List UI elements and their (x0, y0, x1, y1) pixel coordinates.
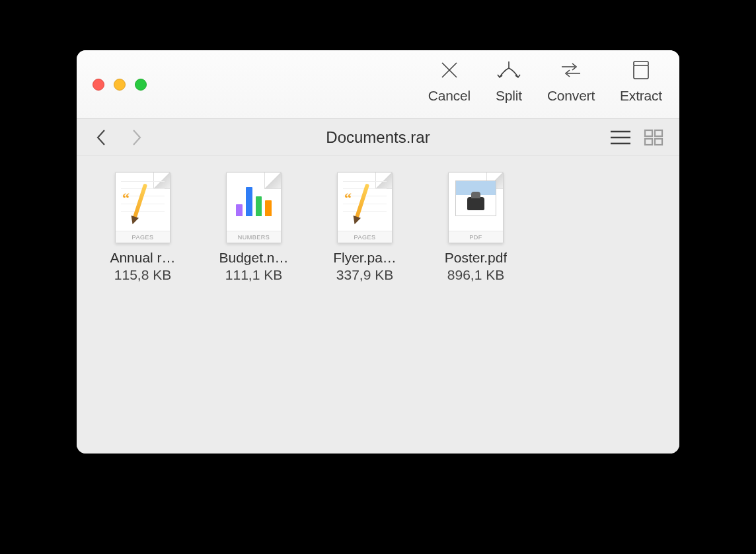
cancel-label: Cancel (428, 88, 471, 104)
list-view-button[interactable] (609, 129, 632, 146)
archive-window: Cancel Split (77, 50, 679, 454)
split-label: Split (496, 88, 522, 104)
pages-file-icon: “ PAGES (106, 171, 180, 245)
file-size: 115,8 KB (114, 267, 171, 283)
file-size: 337,9 KB (336, 267, 393, 283)
grid-view-button[interactable] (644, 129, 663, 146)
file-item[interactable]: “ PAGES Annual r… 115,8 KB (89, 171, 197, 283)
zoom-window-button[interactable] (135, 79, 147, 91)
extract-icon (630, 59, 652, 84)
close-window-button[interactable] (93, 79, 104, 91)
svg-rect-7 (655, 130, 662, 136)
file-item[interactable]: NUMBERS Budget.n… 111,1 KB (200, 171, 308, 283)
file-type-label: PDF (449, 231, 503, 243)
minimize-window-button[interactable] (114, 79, 126, 91)
file-item[interactable]: PDF Poster.pdf 896,1 KB (422, 171, 530, 283)
convert-icon (558, 59, 584, 84)
window-controls (93, 79, 147, 91)
file-type-label: PAGES (116, 231, 170, 243)
file-size: 111,1 KB (225, 267, 282, 283)
file-type-label: PAGES (338, 231, 392, 243)
nav-arrows (93, 128, 145, 147)
file-name: Flyer.pa… (333, 250, 397, 266)
cancel-icon (438, 59, 461, 84)
file-item[interactable]: “ PAGES Flyer.pa… 337,9 KB (311, 171, 419, 283)
titlebar: Cancel Split (77, 50, 679, 119)
view-switcher (609, 129, 663, 146)
nav-bar: Documents.rar (77, 119, 679, 156)
file-grid: “ PAGES Annual r… 115,8 KB (77, 156, 679, 454)
svg-rect-9 (655, 139, 662, 145)
file-name: Poster.pdf (445, 250, 508, 266)
file-type-label: NUMBERS (227, 231, 281, 243)
convert-label: Convert (547, 88, 595, 104)
numbers-file-icon: NUMBERS (217, 171, 291, 245)
toolbar: Cancel Split (428, 59, 662, 110)
split-button[interactable]: Split (496, 59, 522, 104)
split-icon (496, 59, 522, 84)
archive-title: Documents.rar (326, 128, 430, 147)
file-size: 896,1 KB (447, 267, 504, 283)
pages-file-icon: “ PAGES (328, 171, 402, 245)
file-name: Annual r… (110, 250, 175, 266)
pdf-file-icon: PDF (439, 171, 513, 245)
forward-button[interactable] (127, 128, 145, 147)
svg-rect-8 (645, 139, 652, 145)
svg-rect-6 (645, 130, 652, 136)
extract-label: Extract (620, 88, 662, 104)
svg-rect-2 (634, 65, 648, 79)
cancel-button[interactable]: Cancel (428, 59, 471, 104)
back-button[interactable] (93, 128, 111, 147)
file-name: Budget.n… (219, 250, 288, 266)
convert-button[interactable]: Convert (547, 59, 595, 104)
extract-button[interactable]: Extract (620, 59, 662, 104)
